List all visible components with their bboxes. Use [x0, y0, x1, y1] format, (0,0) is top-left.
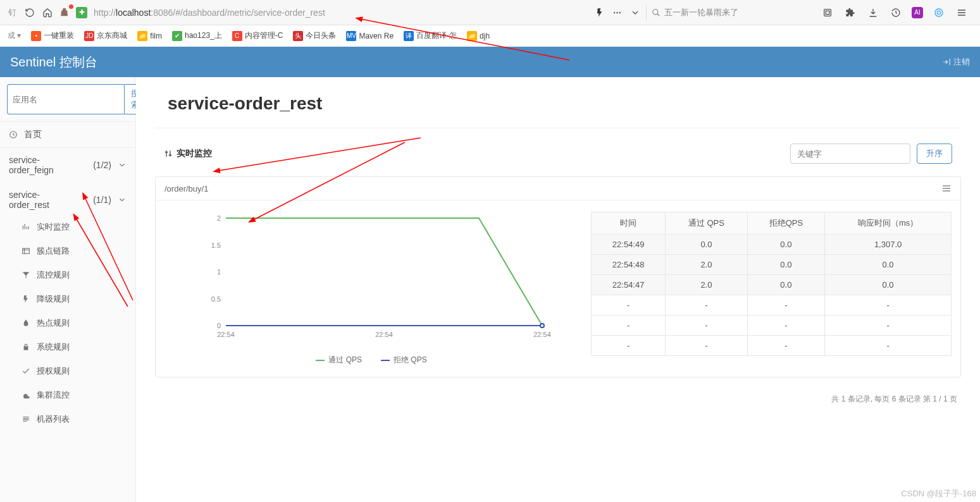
svg-text:1: 1 — [217, 268, 221, 276]
table-header: 拒绝QPS — [747, 212, 825, 235]
sort-button[interactable]: 升序 — [917, 144, 952, 164]
metrics-table: 时间通过 QPS拒绝QPS响应时间（ms） 22:54:490.00.01,30… — [591, 212, 952, 356]
svg-rect-1 — [824, 9, 831, 16]
metric-card: /order/buy/1 00.511.5222:5422:5422:54 通过… — [155, 176, 961, 377]
extension-icon[interactable] — [843, 6, 857, 20]
dingtalk-icon[interactable]: 钉 — [5, 6, 19, 20]
chevron-down-icon — [118, 195, 127, 204]
chevron-down-icon[interactable] — [628, 6, 642, 20]
svg-text:22:54: 22:54 — [375, 331, 393, 338]
svg-text:0.5: 0.5 — [211, 295, 221, 303]
browser-search[interactable]: 五一新一轮暴雨来了 — [646, 5, 810, 20]
table-header: 时间 — [592, 212, 666, 235]
watermark: CSDN @段子手-168 — [901, 488, 976, 499]
browser-chrome: 钉 ✚ http://localhost:8086/#/dashboard/me… — [0, 0, 980, 25]
svg-point-4 — [937, 11, 940, 14]
sidebar-home[interactable]: 首页 — [0, 121, 135, 148]
app-title: Sentinel 控制台 — [10, 54, 97, 71]
bookmark-bar: 成 ▾ •一键重装JD京东商城📁film✔hao123_上C内容管理-C头今日头… — [0, 25, 980, 47]
panel-head: 实时监控 升序 — [155, 137, 961, 170]
shield-icon: ✚ — [76, 7, 87, 18]
page-title: service-order_rest — [168, 94, 961, 114]
ai-badge-icon[interactable]: AI — [912, 7, 923, 18]
svg-rect-2 — [826, 11, 829, 14]
bookmark-item[interactable]: 译百度翻译-怎 — [400, 28, 461, 43]
bookmark-item[interactable]: MVMaven Re — [342, 29, 397, 43]
svg-point-0 — [653, 9, 658, 14]
chevron-down-icon — [118, 161, 127, 169]
sidebar-menu-item[interactable]: 热点规则 — [0, 311, 135, 335]
keyword-input[interactable] — [790, 144, 910, 164]
flash-icon[interactable] — [593, 6, 607, 20]
bookmark-item[interactable]: 头今日头条 — [289, 28, 340, 43]
menu-icon[interactable] — [955, 6, 969, 20]
bookmark-item[interactable]: C内容管理-C — [228, 28, 287, 43]
sidebar-app-rest[interactable]: service-order_rest (1/1) — [0, 183, 135, 217]
sidebar-menu-item[interactable]: 授权规则 — [0, 359, 135, 383]
bookmark-item[interactable]: ✔hao123_上 — [168, 28, 226, 43]
main-content: service-order_rest 实时监控 升序 /order/buy/1 … — [136, 77, 980, 502]
pager-text: 共 1 条记录, 每页 6 条记录 第 1 / 1 页 — [155, 377, 961, 411]
table-header: 响应时间（ms） — [825, 212, 952, 235]
table-row: ---- — [592, 336, 952, 356]
browser-logo-icon[interactable] — [932, 6, 946, 20]
bookmark-chevron[interactable]: 成 ▾ — [4, 28, 25, 43]
svg-point-16 — [540, 324, 544, 328]
svg-rect-6 — [23, 248, 30, 254]
reload-icon[interactable] — [23, 6, 37, 20]
download-icon[interactable] — [866, 6, 880, 20]
sidebar-menu-item[interactable]: 实时监控 — [0, 217, 135, 239]
sidebar-menu-item[interactable]: 集群流控 — [0, 383, 135, 407]
shopping-icon[interactable] — [58, 6, 72, 20]
sidebar-menu-item[interactable]: 机器列表 — [0, 407, 135, 431]
bookmark-item[interactable]: JD京东商城 — [80, 28, 131, 43]
sidebar-menu-item[interactable]: 簇点链路 — [0, 239, 135, 263]
legend-item: 拒绝 QPS — [381, 355, 427, 365]
app-header: Sentinel 控制台 注销 — [0, 47, 980, 77]
svg-text:0: 0 — [217, 322, 221, 329]
panel-label: 实时监控 — [164, 148, 212, 159]
card-title: /order/buy/1 — [164, 184, 208, 193]
home-icon[interactable] — [40, 6, 54, 20]
app-search-input[interactable] — [7, 84, 124, 114]
bookmark-item[interactable]: 📁djh — [463, 29, 493, 43]
svg-text:1.5: 1.5 — [211, 242, 221, 249]
sidebar-menu-item[interactable]: 流控规则 — [0, 263, 135, 287]
svg-point-3 — [935, 9, 943, 16]
more-icon[interactable]: ⋯ — [611, 6, 624, 20]
url-bar[interactable]: http://localhost:8086/#/dashboard/metric… — [91, 8, 325, 18]
table-row: ---- — [592, 295, 952, 315]
bookmark-item[interactable]: 📁film — [133, 29, 166, 43]
sidebar-app-feign[interactable]: service-order_feign (1/2) — [0, 148, 135, 183]
sidebar-menu-item[interactable]: 系统规则 — [0, 335, 135, 359]
svg-text:2: 2 — [217, 214, 221, 222]
table-row: 22:54:482.00.00.0 — [592, 255, 952, 275]
bookmark-item[interactable]: •一键重装 — [27, 28, 78, 43]
chart-legend: 通过 QPS拒绝 QPS — [161, 351, 582, 365]
legend-item: 通过 QPS — [316, 355, 362, 365]
sidebar-menu-item[interactable]: 降级规则 — [0, 287, 135, 311]
table-row: 22:54:490.00.01,307.0 — [592, 235, 952, 255]
sidebar: 搜索 首页 service-order_feign (1/2) service-… — [0, 77, 136, 502]
table-header: 通过 QPS — [666, 212, 747, 235]
screenshot-icon[interactable] — [821, 6, 834, 20]
chart-area: 00.511.5222:5422:5422:54 通过 QPS拒绝 QPS — [161, 212, 582, 365]
browser-tools: AI — [814, 6, 975, 20]
table-row: ---- — [592, 315, 952, 336]
svg-text:22:54: 22:54 — [217, 331, 235, 338]
logout-link[interactable]: 注销 — [942, 56, 970, 68]
table-row: 22:54:472.00.00.0 — [592, 275, 952, 295]
history-icon[interactable] — [889, 6, 903, 20]
card-menu-icon[interactable] — [941, 183, 952, 193]
svg-text:22:54: 22:54 — [533, 331, 551, 338]
